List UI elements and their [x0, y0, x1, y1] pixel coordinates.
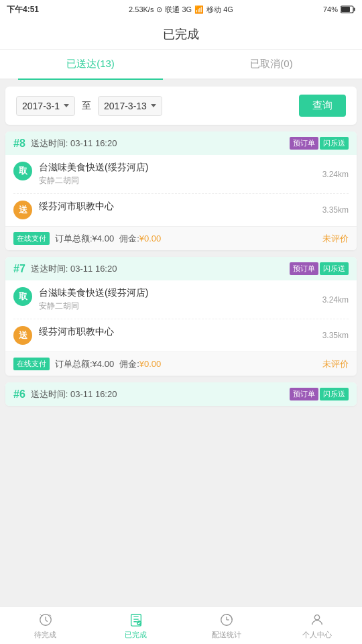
- nav-item-pending[interactable]: 待完成: [0, 607, 90, 644]
- delivery-info: 送 绥芬河市职教中心 3.35km: [13, 194, 349, 226]
- tab-delivered[interactable]: 已送达(13): [0, 50, 181, 78]
- pickup-name: 台滋味美食快送(绥芬河店): [39, 287, 316, 299]
- nav-item-stats[interactable]: 配送统计: [181, 607, 272, 644]
- commission-value: ¥0.00: [139, 233, 162, 244]
- date-from-value: 2017-3-1: [22, 101, 60, 111]
- order-header-8: #8 送达时间: 03-11 16:20 预订单 闪乐送: [5, 131, 357, 155]
- delivery-distance: 3.35km: [322, 205, 349, 215]
- pickup-distance: 3.24km: [322, 295, 349, 305]
- table-row: #8 送达时间: 03-11 16:20 预订单 闪乐送 取 台滋味美食快送(绥…: [5, 131, 357, 250]
- completed-icon: [128, 612, 144, 628]
- status-network: 2.53K/s ⊙ 联通 3G 📶 移动 4G: [129, 5, 233, 15]
- table-row: #6 送达时间: 03-11 16:20 预订单 闪乐送: [5, 382, 357, 406]
- order-badges: 预订单 闪乐送: [290, 137, 349, 150]
- order-body-8: 取 台滋味美食快送(绥芬河店) 安静二胡同 3.24km 送 绥芬河市职教中心 …: [5, 155, 357, 226]
- nav-item-completed[interactable]: 已完成: [90, 607, 181, 644]
- table-row: #7 送达时间: 03-11 16:20 预订单 闪乐送 取 台滋味美食快送(绥…: [5, 257, 357, 376]
- nav-label-stats: 配送统计: [212, 630, 241, 640]
- pre-order-badge: 预订单: [290, 262, 318, 275]
- order-header-7: #7 送达时间: 03-11 16:20 预订单 闪乐送: [5, 257, 357, 280]
- tab-bar: 已送达(13) 已取消(0): [0, 50, 362, 80]
- order-number: #6: [13, 388, 25, 400]
- order-header-6: #6 送达时间: 03-11 16:20 预订单 闪乐送: [5, 382, 357, 406]
- status-time: 下午4:51: [7, 4, 39, 15]
- pickup-location: 台滋味美食快送(绥芬河店) 安静二胡同: [39, 162, 316, 186]
- commission-value: ¥0.00: [139, 359, 162, 369]
- filter-bar: 2017-3-1 至 2017-3-13 查询: [5, 87, 357, 125]
- stats-icon: [219, 612, 235, 628]
- flash-badge: 闪乐送: [320, 388, 349, 400]
- svg-rect-2: [341, 7, 350, 12]
- pickup-addr: 安静二胡同: [39, 175, 316, 186]
- svg-point-7: [314, 614, 319, 619]
- delivery-location: 绥芬河市职教中心: [39, 201, 316, 213]
- order-commission: 佣金:¥0.00: [119, 233, 161, 245]
- nav-label-completed: 已完成: [125, 630, 147, 640]
- order-badges: 预订单 闪乐送: [290, 262, 349, 275]
- page-header: 已完成: [0, 19, 362, 50]
- order-number: #8: [13, 138, 25, 150]
- delivery-location: 绥芬河市职教中心: [39, 326, 316, 338]
- date-to-selector[interactable]: 2017-3-13: [98, 96, 162, 116]
- pre-order-badge: 预订单: [290, 388, 318, 400]
- review-status[interactable]: 未评价: [322, 358, 349, 370]
- pickup-distance: 3.24km: [322, 170, 349, 179]
- pickup-info: 取 台滋味美食快送(绥芬河店) 安静二胡同 3.24km: [13, 280, 349, 319]
- battery-icon: [341, 5, 355, 13]
- date-from-selector[interactable]: 2017-3-1: [16, 96, 75, 116]
- bottom-nav: 待完成 已完成 配送统计: [0, 606, 362, 644]
- tab-cancelled[interactable]: 已取消(0): [181, 50, 362, 78]
- order-time-label: 送达时间: 03-11 16:20: [31, 263, 117, 275]
- status-bar: 下午4:51 2.53K/s ⊙ 联通 3G 📶 移动 4G 74%: [0, 0, 362, 19]
- order-badges: 预订单 闪乐送: [290, 388, 349, 400]
- pickup-location: 台滋味美食快送(绥芬河店) 安静二胡同: [39, 287, 316, 312]
- order-footer-8: 在线支付 订单总额:¥4.00 佣金:¥0.00 未评价: [5, 226, 357, 250]
- order-commission: 佣金:¥0.00: [119, 358, 161, 370]
- pre-order-badge: 预订单: [290, 137, 318, 150]
- pending-icon: [38, 612, 54, 628]
- delivery-name: 绥芬河市职教中心: [39, 201, 316, 213]
- page-title: 已完成: [163, 26, 199, 42]
- order-total: 订单总额:¥4.00: [55, 358, 114, 370]
- nav-label-pending: 待完成: [34, 630, 56, 640]
- order-total: 订单总额:¥4.00: [55, 233, 114, 245]
- order-body-7: 取 台滋味美食快送(绥芬河店) 安静二胡同 3.24km 送 绥芬河市职教中心 …: [5, 280, 357, 352]
- date-separator: 至: [80, 100, 93, 112]
- review-status[interactable]: 未评价: [322, 233, 349, 245]
- pickup-addr: 安静二胡同: [39, 301, 316, 312]
- delivery-info: 送 绥芬河市职教中心 3.35km: [13, 319, 349, 352]
- pay-type-badge: 在线支付: [13, 232, 50, 245]
- order-list: #8 送达时间: 03-11 16:20 预订单 闪乐送 取 台滋味美食快送(绥…: [0, 131, 362, 460]
- pickup-info: 取 台滋味美食快送(绥芬河店) 安静二胡同 3.24km: [13, 155, 349, 194]
- date-to-value: 2017-3-13: [104, 101, 147, 111]
- order-time-label: 送达时间: 03-11 16:20: [31, 388, 117, 400]
- pay-type-badge: 在线支付: [13, 358, 50, 370]
- flash-badge: 闪乐送: [320, 262, 349, 275]
- delivery-distance: 3.35km: [322, 331, 349, 340]
- nav-item-profile[interactable]: 个人中心: [272, 607, 362, 644]
- order-time-label: 送达时间: 03-11 16:20: [31, 138, 117, 150]
- pickup-icon: 取: [13, 287, 32, 306]
- order-footer-7: 在线支付 订单总额:¥4.00 佣金:¥0.00 未评价: [5, 352, 357, 376]
- status-battery: 74%: [323, 5, 355, 13]
- svg-rect-1: [354, 8, 355, 11]
- profile-icon: [309, 612, 325, 628]
- chevron-down-icon: [64, 104, 69, 107]
- delivery-name: 绥芬河市职教中心: [39, 326, 316, 338]
- flash-badge: 闪乐送: [320, 137, 349, 150]
- delivery-icon: 送: [13, 326, 32, 345]
- query-button[interactable]: 查询: [299, 95, 346, 117]
- chevron-down-icon-2: [151, 104, 156, 107]
- pickup-icon: 取: [13, 162, 32, 180]
- order-number: #7: [13, 263, 25, 275]
- nav-label-profile: 个人中心: [302, 630, 332, 640]
- delivery-icon: 送: [13, 201, 32, 219]
- pickup-name: 台滋味美食快送(绥芬河店): [39, 162, 316, 174]
